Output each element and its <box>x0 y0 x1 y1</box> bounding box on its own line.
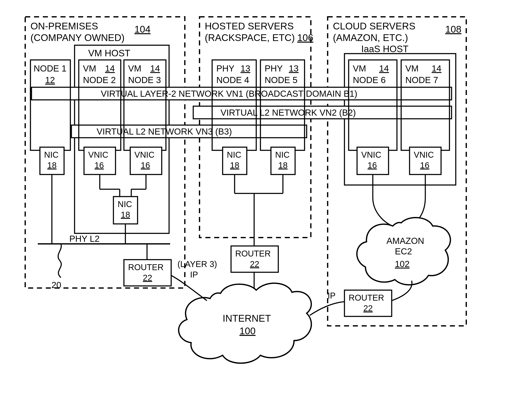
vnic-node3-label: VNIC <box>134 150 155 159</box>
phy-l2-ref: 20 <box>51 280 61 290</box>
node4-phy: PHY <box>216 63 234 73</box>
router-cloud-ref: 22 <box>363 304 373 313</box>
iaashost-label: IaaS HOST <box>361 44 408 54</box>
ec2-label: AMAZON <box>386 236 424 246</box>
node4-ref: 13 <box>240 63 250 73</box>
node7-label: NODE 7 <box>405 75 438 85</box>
router-onprem-label: ROUTER <box>128 263 164 272</box>
node5-label: NODE 5 <box>265 75 297 85</box>
vnic-node7-label: VNIC <box>414 150 434 159</box>
node5-ref: 13 <box>289 63 299 73</box>
node5-phy: PHY <box>265 63 283 73</box>
nic-node5-ref: 18 <box>278 161 288 170</box>
vnic-node2-label: VNIC <box>88 150 108 159</box>
node2-vm: VM <box>83 63 96 73</box>
vnic-node2-ref: 16 <box>95 161 104 170</box>
ec2-ref: 102 <box>395 259 409 269</box>
nic-node1-label: NIC <box>44 150 59 159</box>
hosted-title2: (RACKSPACE, ETC) <box>205 32 295 43</box>
onprem-title1: ON-PREMISES <box>30 20 98 31</box>
node6-box <box>349 60 397 150</box>
hosted-title1: HOSTED SERVERS <box>205 20 294 31</box>
router-cloud-label: ROUTER <box>349 293 384 302</box>
node3-vm: VM <box>128 63 141 73</box>
nic-node5-label: NIC <box>275 150 290 159</box>
nic-node4-label: NIC <box>227 150 241 159</box>
node1-label: NODE 1 <box>34 63 66 73</box>
node4-label: NODE 4 <box>216 75 249 85</box>
node1-ref: 12 <box>45 75 55 85</box>
internet-label: INTERNET <box>223 313 271 324</box>
vmhost-label: VM HOST <box>88 48 130 58</box>
onprem-ref: 104 <box>134 24 151 35</box>
nic-vmhost-label: NIC <box>118 199 132 209</box>
nic-node4-ref: 18 <box>230 161 239 170</box>
vn1-label: VIRTUAL LAYER-2 NETWORK VN1 (BROADCAST D… <box>101 89 357 99</box>
node6-ref: 14 <box>379 63 389 73</box>
cloud-title1: CLOUD SERVERS <box>333 20 415 31</box>
router-onprem-ref: 22 <box>143 273 152 282</box>
nic-node1-ref: 18 <box>47 161 57 170</box>
onprem-title2: (COMPANY OWNED) <box>30 32 124 43</box>
ec2-label2: EC2 <box>395 247 412 256</box>
node1-box <box>30 60 70 150</box>
vnic-node3-ref: 16 <box>141 161 150 170</box>
node7-vm: VM <box>405 63 418 73</box>
layer3-label: (LAYER 3) <box>178 259 217 269</box>
ip-label-right: IP <box>328 291 336 300</box>
node3-label: NODE 3 <box>128 75 161 85</box>
cloud-title2: (AMAZON, ETC.) <box>333 32 408 43</box>
node2-ref: 14 <box>105 63 115 73</box>
node6-label: NODE 6 <box>353 75 386 85</box>
router-hosted-label: ROUTER <box>235 249 271 258</box>
vnic-node7-ref: 16 <box>420 161 429 170</box>
node3-ref: 14 <box>150 63 160 73</box>
vn2-label: VIRTUAL L2 NETWORK VN2 (B2) <box>220 108 356 118</box>
internet-ref: 100 <box>239 326 256 336</box>
vnic-node6-label: VNIC <box>361 150 381 159</box>
ip-label-left: IP <box>190 270 198 279</box>
node2-label: NODE 2 <box>83 75 116 85</box>
node7-box <box>401 60 449 150</box>
node7-ref: 14 <box>432 63 441 73</box>
hosted-ref: 106 <box>297 32 313 43</box>
phy-l2-tail <box>58 244 61 277</box>
router-hosted-ref: 22 <box>250 259 259 269</box>
vnic-node6-ref: 16 <box>368 161 377 170</box>
node6-vm: VM <box>353 63 366 73</box>
nic-vmhost-ref: 18 <box>121 210 130 219</box>
cloud-ref: 108 <box>445 24 461 35</box>
phy-l2-label: PHY L2 <box>69 234 100 244</box>
